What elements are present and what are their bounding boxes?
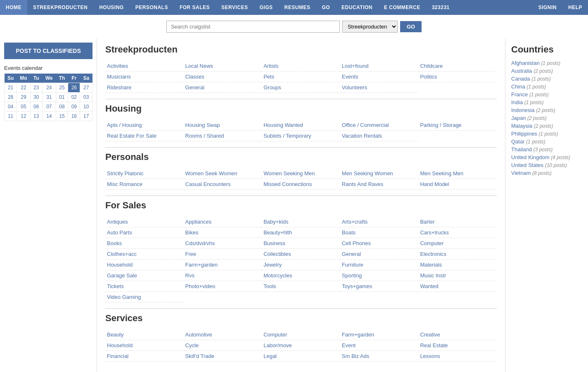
nav-item-housing[interactable]: HOUSING: [93, 0, 130, 15]
calendar-day[interactable]: 07: [42, 102, 56, 112]
section-link[interactable]: Clothes+acc: [105, 249, 184, 260]
country-link[interactable]: China (1 posts): [511, 83, 582, 91]
country-link[interactable]: United Kingdom (4 posts): [511, 153, 582, 161]
section-link[interactable]: Creative: [418, 329, 497, 340]
section-link[interactable]: Photo+video: [184, 281, 262, 292]
calendar-day[interactable]: 21: [5, 83, 17, 93]
calendar-day[interactable]: 10: [80, 102, 92, 112]
section-link[interactable]: Household: [105, 260, 184, 270]
section-link[interactable]: Appliances: [184, 217, 262, 227]
section-link[interactable]: Local News: [184, 61, 262, 72]
calendar-day[interactable]: 14: [42, 112, 56, 121]
section-link[interactable]: Free: [184, 249, 262, 260]
section-link[interactable]: Apts / Housing: [105, 120, 184, 131]
calendar-day[interactable]: 23: [30, 83, 42, 93]
calendar-day[interactable]: 05: [17, 102, 30, 112]
nav-item-323231[interactable]: 323231: [426, 0, 455, 15]
post-classifieds-button[interactable]: POST TO CLASSIFIEDS: [4, 43, 92, 59]
nav-item-go[interactable]: GO: [316, 0, 336, 15]
calendar-day[interactable]: 31: [42, 93, 56, 102]
section-link[interactable]: Sublets / Temporary: [262, 131, 340, 141]
section-link[interactable]: Real Estate: [418, 340, 497, 351]
nav-item-services[interactable]: SERVICES: [216, 0, 254, 15]
section-link[interactable]: Tools: [262, 281, 340, 292]
calendar-day[interactable]: 09: [68, 102, 80, 112]
section-link[interactable]: Barter: [418, 217, 497, 227]
nav-item-personals[interactable]: PERSONALS: [130, 0, 174, 15]
section-link[interactable]: Vacation Rentals: [340, 131, 419, 141]
section-link[interactable]: General: [340, 249, 419, 260]
country-link[interactable]: Afghanistan (1 posts): [511, 59, 582, 67]
calendar-day[interactable]: 17: [80, 112, 92, 121]
section-link[interactable]: Casual Encounters: [184, 179, 262, 190]
section-link[interactable]: Cycle: [184, 340, 262, 351]
section-link[interactable]: Cell Phones: [340, 238, 419, 249]
nav-item-help[interactable]: HELP: [562, 0, 588, 15]
calendar-day[interactable]: 04: [5, 102, 17, 112]
search-button[interactable]: GO: [400, 21, 422, 32]
nav-item-for-sales[interactable]: FOR SALES: [174, 0, 216, 15]
section-link[interactable]: Computer: [262, 329, 340, 340]
section-link[interactable]: Housing Swap: [184, 120, 262, 131]
section-link[interactable]: Rooms / Shared: [184, 131, 262, 141]
section-link[interactable]: Strictly Platonic: [105, 168, 184, 179]
section-link[interactable]: Bikes: [184, 227, 262, 238]
calendar-day[interactable]: 15: [56, 112, 68, 121]
country-link[interactable]: India (1 posts): [511, 98, 582, 106]
section-link[interactable]: Men Seeking Women: [340, 168, 419, 179]
section-link[interactable]: Women Seek Women: [184, 168, 262, 179]
section-link[interactable]: Music Instr: [418, 270, 497, 281]
calendar-day[interactable]: 26: [68, 83, 80, 93]
country-link[interactable]: United States (10 posts): [511, 161, 582, 169]
section-link[interactable]: Computer: [418, 238, 497, 249]
section-link[interactable]: Cds/dvd/vhs: [184, 238, 262, 249]
section-link[interactable]: Groups: [262, 82, 340, 93]
section-link[interactable]: Rideshare: [105, 82, 184, 93]
section-link[interactable]: Musicians: [105, 72, 184, 82]
section-link[interactable]: Boats: [340, 227, 419, 238]
section-link[interactable]: Household: [105, 340, 184, 351]
calendar-day[interactable]: 01: [56, 93, 68, 102]
section-link[interactable]: Automotive: [184, 329, 262, 340]
nav-item-streekproducten[interactable]: STREEKPRODUCTEN: [27, 0, 93, 15]
section-link[interactable]: Auto Parts: [105, 227, 184, 238]
calendar-day[interactable]: 28: [5, 93, 17, 102]
section-link[interactable]: Farm+garden: [184, 260, 262, 270]
section-link[interactable]: Sm Biz Ads: [340, 351, 419, 362]
calendar-day[interactable]: 25: [56, 83, 68, 93]
section-link[interactable]: Books: [105, 238, 184, 249]
calendar-day[interactable]: 16: [68, 112, 80, 121]
section-link[interactable]: Antiques: [105, 217, 184, 227]
section-link[interactable]: Business: [262, 238, 340, 249]
country-link[interactable]: Australia (2 posts): [511, 67, 582, 75]
section-link[interactable]: Housing Wanted: [262, 120, 340, 131]
section-link[interactable]: Jewelry: [262, 260, 340, 270]
nav-item-education[interactable]: EDUCATION: [336, 0, 378, 15]
section-link[interactable]: Office / Commercial: [340, 120, 419, 131]
section-link[interactable]: Toys+games: [340, 281, 419, 292]
country-link[interactable]: Indonesia (2 posts): [511, 106, 582, 114]
section-link[interactable]: Garage Sale: [105, 270, 184, 281]
country-link[interactable]: Canada (1 posts): [511, 75, 582, 83]
section-link[interactable]: Rants And Raves: [340, 179, 419, 190]
country-link[interactable]: Qatar (1 posts): [511, 138, 582, 145]
nav-item-e-commerce[interactable]: E COMMERCE: [378, 0, 426, 15]
section-link[interactable]: Missed Connections: [262, 179, 340, 190]
nav-item-home[interactable]: HOME: [0, 0, 27, 15]
section-link[interactable]: Pets: [262, 72, 340, 82]
section-link[interactable]: Childcare: [418, 61, 497, 72]
section-link[interactable]: Men Seeking Men: [418, 168, 497, 179]
section-link[interactable]: General: [184, 82, 262, 93]
section-link[interactable]: Hand Model: [418, 179, 497, 190]
calendar-day[interactable]: 03: [80, 93, 92, 102]
section-link[interactable]: Tickets: [105, 281, 184, 292]
section-link[interactable]: Events: [340, 72, 419, 82]
section-link[interactable]: Lessons: [418, 351, 497, 362]
section-link[interactable]: Lost+found: [340, 61, 419, 72]
section-link[interactable]: Baby+kids: [262, 217, 340, 227]
section-link[interactable]: Legal: [262, 351, 340, 362]
section-link[interactable]: Real Estate For Sale: [105, 131, 184, 141]
nav-item-gigs[interactable]: GIGS: [254, 0, 279, 15]
section-link[interactable]: Financial: [105, 351, 184, 362]
section-link[interactable]: Beauty: [105, 329, 184, 340]
